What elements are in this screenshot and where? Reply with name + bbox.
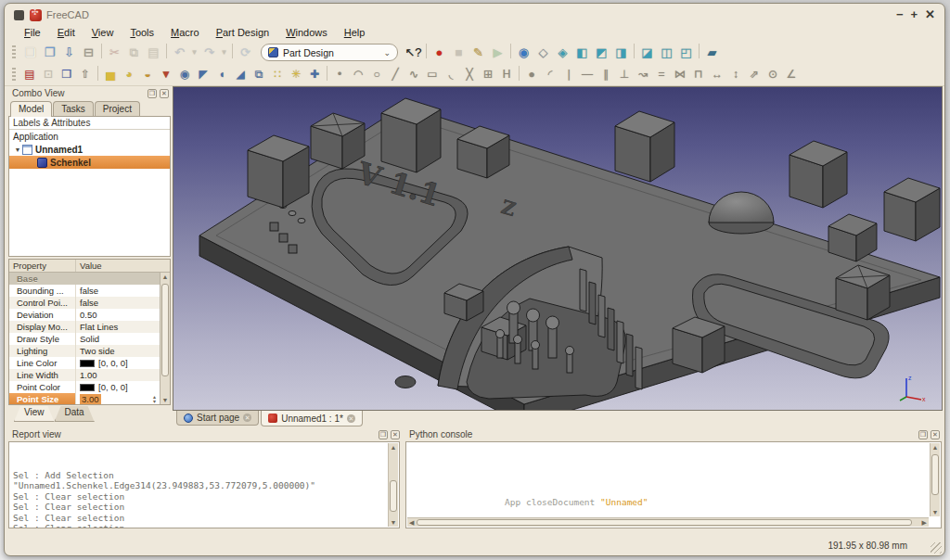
title-bar[interactable]: FreeCAD −+✕ bbox=[5, 4, 944, 24]
3d-viewport[interactable]: V 1.1 Z z x bbox=[173, 86, 943, 411]
constraint-coincident-icon[interactable]: ● bbox=[522, 66, 541, 83]
macro-edit-icon[interactable]: ✎ bbox=[469, 44, 488, 61]
construction-mode-icon[interactable]: H bbox=[497, 66, 516, 83]
constraint-h-distance-icon[interactable]: ↔ bbox=[708, 66, 726, 83]
property-value[interactable]: [0, 0, 0] bbox=[98, 382, 128, 392]
redo-dropdown-icon[interactable]: ▾ bbox=[219, 44, 229, 61]
constraint-angle-icon[interactable]: ∠ bbox=[782, 66, 801, 83]
toolbar-icon[interactable] bbox=[324, 66, 330, 81]
constraint-parallel-icon[interactable]: ∥ bbox=[597, 66, 615, 83]
close-button[interactable]: ✕ bbox=[925, 8, 935, 21]
property-row[interactable]: Lighting Two side bbox=[9, 345, 160, 357]
pocket-icon[interactable]: ▼ bbox=[157, 66, 175, 83]
view-isometric-icon[interactable]: ◈ bbox=[553, 44, 572, 61]
reorient-sketch-icon[interactable]: ⇧ bbox=[76, 66, 95, 83]
refresh-icon[interactable]: ⟳ bbox=[236, 44, 255, 61]
view-right-icon[interactable]: ◨ bbox=[611, 44, 631, 61]
macro-play-icon[interactable]: ▶ bbox=[488, 44, 507, 61]
close-panel-icon[interactable]: ✕ bbox=[391, 430, 400, 439]
map-sketch-to-face-icon[interactable]: ❒ bbox=[58, 66, 76, 83]
constraint-v-distance-icon[interactable]: ↕ bbox=[726, 66, 745, 83]
scroll-up-icon[interactable]: ▲ bbox=[160, 274, 170, 280]
property-row[interactable]: Point Color [0, 0, 0] bbox=[9, 381, 160, 393]
color-swatch[interactable] bbox=[80, 384, 95, 391]
toolbar-icon[interactable] bbox=[163, 44, 170, 58]
new-sketch-icon[interactable]: ▤ bbox=[20, 66, 39, 83]
scroll-left-icon[interactable]: ◀ bbox=[409, 518, 414, 527]
system-menu-icon[interactable] bbox=[14, 10, 24, 20]
toolbar-icon[interactable] bbox=[423, 44, 430, 58]
tab-unnamed1[interactable]: Unnamed1 : 1* ✕ bbox=[261, 411, 363, 426]
fit-all-icon[interactable]: ◉ bbox=[514, 44, 533, 61]
tab-project[interactable]: Project bbox=[95, 101, 140, 116]
undo-icon[interactable]: ↶ bbox=[170, 44, 189, 61]
constraint-point-on-object-icon[interactable]: ◜ bbox=[541, 66, 559, 83]
scroll-up-icon[interactable]: ▲ bbox=[931, 444, 940, 451]
expand-arrow-icon[interactable]: ▼ bbox=[13, 146, 22, 153]
print-icon[interactable]: ⊟ bbox=[79, 44, 98, 61]
constraint-distance-icon[interactable]: ⇗ bbox=[745, 66, 764, 83]
paste-icon[interactable]: ▤ bbox=[144, 44, 163, 61]
fillet-icon[interactable]: ◖ bbox=[212, 66, 231, 83]
constraint-symmetric-icon[interactable]: ⋈ bbox=[671, 66, 689, 83]
python-console-scrollbar[interactable]: ▲ ▼ bbox=[930, 443, 940, 516]
toolbar-handle[interactable] bbox=[12, 45, 16, 60]
circle-icon[interactable]: ○ bbox=[367, 66, 386, 83]
toolbar-icon[interactable] bbox=[229, 44, 236, 58]
property-row[interactable]: Line Width 1.00 bbox=[9, 369, 160, 381]
trim-icon[interactable]: ╳ bbox=[460, 66, 479, 83]
constraint-radius-icon[interactable]: ⊙ bbox=[764, 66, 782, 83]
property-row[interactable]: Deviation 0.50 bbox=[9, 309, 160, 321]
property-row[interactable]: Control Poi... false bbox=[9, 297, 160, 309]
menu-edit[interactable]: Edit bbox=[49, 26, 83, 39]
report-view-header[interactable]: Report view ❐✕ bbox=[8, 427, 402, 441]
draw-style-icon[interactable]: ◇ bbox=[533, 44, 553, 61]
menu-view[interactable]: View bbox=[83, 26, 122, 39]
toolbar-icon[interactable] bbox=[95, 66, 101, 81]
float-panel-icon[interactable]: ❐ bbox=[918, 430, 928, 439]
view-sketch-icon[interactable]: ⊡ bbox=[39, 66, 58, 83]
constraint-tangent-icon[interactable]: ↝ bbox=[634, 66, 652, 83]
constraint-lock-icon[interactable]: ⊓ bbox=[689, 66, 708, 83]
groove-icon[interactable]: ◒ bbox=[138, 66, 157, 83]
external-geometry-icon[interactable]: ⊞ bbox=[479, 66, 497, 83]
scroll-down-icon[interactable]: ▼ bbox=[389, 519, 398, 526]
cut-icon[interactable]: ✂ bbox=[105, 44, 124, 61]
property-value[interactable]: Solid bbox=[80, 334, 99, 344]
tree-header[interactable]: Labels & Attributes bbox=[9, 117, 170, 130]
close-panel-icon[interactable]: ✕ bbox=[160, 89, 169, 98]
redo-icon[interactable]: ↷ bbox=[199, 44, 219, 61]
tree-item-schenkel[interactable]: Schenkel bbox=[9, 156, 170, 169]
sketch-fillet-icon[interactable]: ◟ bbox=[442, 66, 460, 83]
constraint-horizontal-icon[interactable]: ― bbox=[578, 66, 597, 83]
minimize-button[interactable]: − bbox=[896, 8, 904, 21]
view-front-icon[interactable]: ◧ bbox=[572, 44, 592, 61]
tab-tasks[interactable]: Tasks bbox=[53, 101, 94, 116]
property-value[interactable]: false bbox=[80, 286, 98, 296]
toolbar-icon[interactable] bbox=[98, 44, 105, 58]
polyline-icon[interactable]: ∿ bbox=[404, 66, 423, 83]
new-file-icon[interactable]: ❏ bbox=[20, 44, 40, 61]
menu-tools[interactable]: Tools bbox=[122, 26, 162, 39]
resize-grip[interactable] bbox=[931, 542, 942, 554]
line-icon[interactable]: ╱ bbox=[386, 66, 404, 83]
view-bottom-icon[interactable]: ◫ bbox=[657, 44, 676, 61]
spinner-arrows-icon[interactable] bbox=[150, 393, 159, 405]
revolution-icon[interactable]: ◕ bbox=[120, 66, 138, 83]
tab-data[interactable]: Data bbox=[55, 406, 95, 422]
close-panel-icon[interactable]: ✕ bbox=[931, 430, 940, 439]
scroll-down-icon[interactable]: ▼ bbox=[931, 509, 940, 515]
python-console-header[interactable]: Python console ❐✕ bbox=[405, 427, 942, 441]
clipping-plane-icon[interactable]: ▰ bbox=[702, 44, 722, 61]
toolbar-icon[interactable] bbox=[631, 44, 637, 58]
save-icon[interactable]: ⇩ bbox=[59, 44, 79, 61]
constraint-equal-icon[interactable]: = bbox=[652, 66, 671, 83]
property-row[interactable]: Display Mo... Flat Lines bbox=[9, 321, 160, 333]
draft-icon[interactable]: ◢ bbox=[231, 66, 250, 83]
property-row[interactable]: Point Size 3.00 bbox=[9, 393, 160, 405]
constraint-vertical-icon[interactable]: ∣ bbox=[559, 66, 578, 83]
menu-file[interactable]: File bbox=[16, 26, 49, 39]
scroll-up-icon[interactable]: ▲ bbox=[389, 444, 398, 451]
linear-pattern-icon[interactable]: ∷ bbox=[268, 66, 287, 83]
tree-item-application[interactable]: Application bbox=[9, 130, 170, 143]
